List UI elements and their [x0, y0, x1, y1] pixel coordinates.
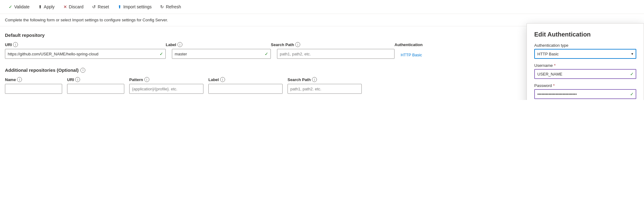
- refresh-button[interactable]: ↻ Refresh: [156, 2, 185, 11]
- discard-label: Discard: [69, 4, 83, 9]
- username-field-wrap: USER_NAME ✓: [534, 69, 636, 79]
- add-pattern-label-group: Pattern i: [129, 77, 208, 82]
- import-button[interactable]: ⬆ Import settings: [114, 2, 156, 11]
- import-label: Import settings: [123, 4, 152, 9]
- uri-label-group: URI i: [5, 42, 166, 47]
- label-check-icon: ✓: [265, 51, 268, 56]
- add-search-field-wrap: [288, 84, 362, 94]
- uri-field-wrap: https://github.com/USER_NAME/hello-sprin…: [5, 49, 166, 59]
- add-uri-field-wrap: [67, 84, 124, 94]
- add-pattern-input[interactable]: [129, 84, 203, 94]
- add-uri-label-group: URI i: [67, 77, 129, 82]
- apply-icon: ⬆: [38, 4, 42, 9]
- search-path-label: Search Path: [271, 42, 294, 47]
- discard-button[interactable]: ✕ Discard: [60, 2, 87, 11]
- password-input[interactable]: [534, 89, 636, 99]
- import-icon: ⬆: [118, 4, 122, 9]
- validate-icon: ✓: [9, 4, 12, 9]
- discard-icon: ✕: [63, 4, 67, 9]
- username-required-star: *: [554, 63, 556, 68]
- toolbar: ✓ Validate ⬆ Apply ✕ Discard ↺ Reset ⬆ I…: [0, 0, 644, 14]
- add-search-info-icon: i: [312, 77, 317, 82]
- search-path-input[interactable]: [277, 49, 395, 59]
- uri-info-icon: i: [13, 42, 18, 47]
- auth-type-label: Authentication type: [534, 43, 636, 48]
- label-label-group: Label i: [166, 42, 271, 47]
- additional-repos-title: Additional repositories (Optional): [5, 67, 79, 73]
- add-uri-input[interactable]: [67, 84, 124, 94]
- refresh-label: Refresh: [166, 4, 181, 9]
- label-input[interactable]: master: [172, 49, 271, 59]
- add-search-label-group: Search Path i: [288, 77, 367, 82]
- add-label-input[interactable]: [208, 84, 283, 94]
- add-name-label-group: Name i: [5, 77, 67, 82]
- modal-title: Edit Authentication: [534, 31, 636, 38]
- password-check-icon: ✓: [630, 92, 634, 97]
- reset-icon: ↺: [92, 4, 96, 9]
- reset-button[interactable]: ↺ Reset: [88, 2, 113, 11]
- username-input[interactable]: USER_NAME: [534, 69, 636, 79]
- additional-repos-info-icon: i: [80, 68, 85, 73]
- uri-label: URI: [5, 42, 12, 47]
- label-label: Label: [166, 42, 176, 47]
- search-path-label-group: Search Path i: [271, 42, 395, 47]
- add-pattern-info-icon: i: [144, 77, 149, 82]
- uri-check-icon: ✓: [160, 51, 163, 56]
- apply-button[interactable]: ⬆ Apply: [35, 2, 58, 11]
- validate-button[interactable]: ✓ Validate: [5, 2, 33, 11]
- refresh-icon: ↻: [160, 4, 164, 9]
- auth-type-select[interactable]: HTTP Basic SSH None: [534, 49, 636, 59]
- apply-label: Apply: [44, 4, 55, 9]
- password-field-wrap: ✓: [534, 89, 636, 99]
- search-path-info-icon: i: [295, 42, 300, 47]
- add-label-label: Label: [208, 77, 219, 82]
- add-uri-info-icon: i: [75, 77, 80, 82]
- password-label: Password *: [534, 83, 636, 88]
- add-name-field-wrap: [5, 84, 62, 94]
- search-path-field-wrap: [277, 49, 395, 59]
- add-search-input[interactable]: [288, 84, 362, 94]
- auth-link[interactable]: HTTP Basic: [401, 53, 422, 57]
- main-content: Default repository URI i Label i Search …: [0, 26, 644, 100]
- reset-label: Reset: [98, 4, 109, 9]
- authentication-label: Authentication: [395, 42, 423, 47]
- uri-input[interactable]: https://github.com/USER_NAME/hello-sprin…: [5, 49, 166, 59]
- username-label: Username *: [534, 63, 636, 68]
- add-label-field-wrap: [208, 84, 283, 94]
- add-name-info-icon: i: [17, 77, 22, 82]
- add-search-label: Search Path: [288, 77, 311, 82]
- add-uri-label: URI: [67, 77, 74, 82]
- add-label-label-group: Label i: [208, 77, 288, 82]
- add-label-info-icon: i: [220, 77, 225, 82]
- password-required-star: *: [553, 83, 555, 88]
- add-name-input[interactable]: [5, 84, 62, 94]
- username-check-icon: ✓: [630, 71, 634, 76]
- auth-type-select-wrap: HTTP Basic SSH None ▾: [534, 49, 636, 59]
- edit-auth-modal: Edit Authentication Authentication type …: [527, 23, 644, 100]
- add-name-label: Name: [5, 77, 16, 82]
- label-field-wrap: master ✓: [172, 49, 271, 59]
- validate-label: Validate: [14, 4, 30, 9]
- label-info-icon: i: [177, 42, 182, 47]
- add-pattern-field-wrap: [129, 84, 203, 94]
- add-pattern-label: Pattern: [129, 77, 143, 82]
